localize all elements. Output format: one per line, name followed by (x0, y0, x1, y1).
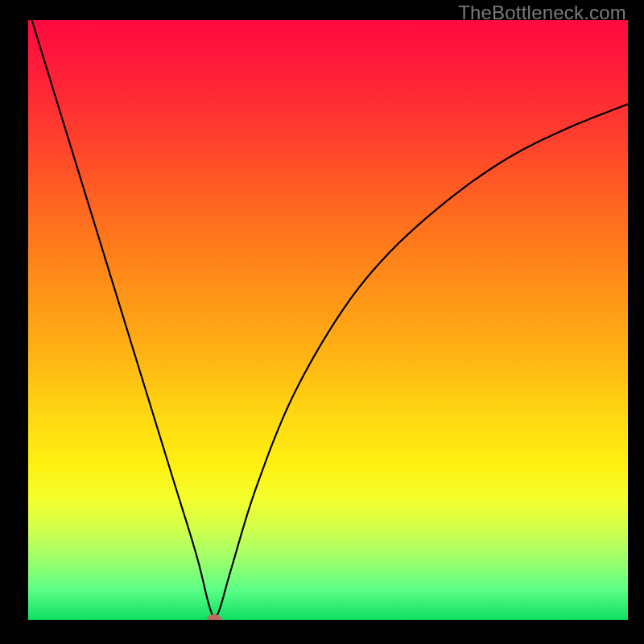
bottleneck-curve-canvas (28, 20, 628, 620)
plot-area (28, 20, 628, 620)
chart-frame: TheBottleneck.com (0, 0, 644, 644)
watermark-text: TheBottleneck.com (458, 2, 626, 24)
